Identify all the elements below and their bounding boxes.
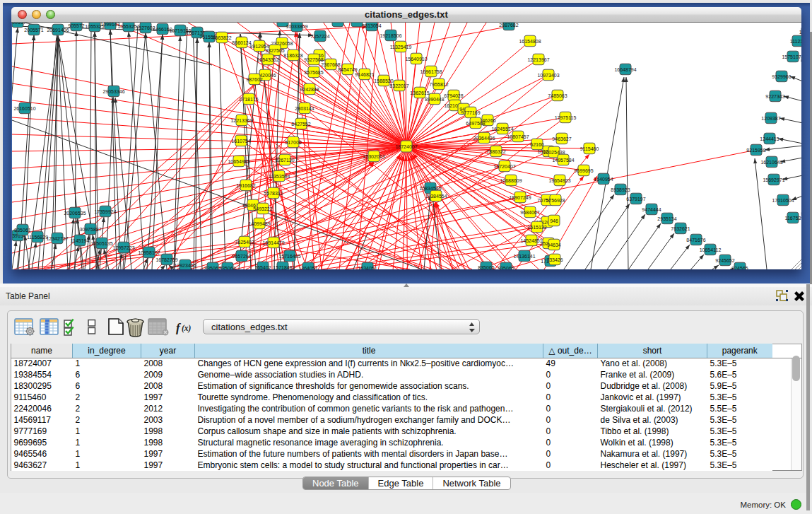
svg-text:935064: 935064	[219, 266, 235, 270]
svg-text:16543362: 16543362	[257, 57, 278, 62]
svg-text:19218506: 19218506	[379, 33, 401, 38]
svg-text:9146821: 9146821	[355, 72, 374, 77]
svg-text:9245652: 9245652	[715, 258, 734, 263]
svg-text:20364436: 20364436	[473, 136, 495, 141]
svg-text:733426: 733426	[546, 257, 563, 262]
svg-text:11325419: 11325419	[390, 45, 412, 49]
svg-text:9463627: 9463627	[552, 136, 571, 141]
svg-text:8660124: 8660124	[232, 40, 251, 45]
svg-text:1145194: 1145194	[71, 238, 90, 243]
svg-text:10807457: 10807457	[507, 134, 529, 139]
svg-text:2005571: 2005571	[24, 28, 43, 33]
svg-text:1244415: 1244415	[760, 136, 779, 141]
svg-text:200557: 200557	[12, 23, 26, 25]
svg-text:2718176: 2718176	[239, 97, 258, 102]
svg-text:11156829: 11156829	[27, 235, 48, 240]
svg-text:8427552: 8427552	[291, 122, 310, 127]
svg-text:10654112: 10654112	[700, 247, 722, 252]
svg-text:9242848: 9242848	[300, 87, 319, 92]
svg-text:20206535: 20206535	[64, 211, 86, 216]
svg-text:6497508: 6497508	[466, 121, 485, 126]
svg-text:30975887: 30975887	[79, 227, 101, 232]
svg-text:1364051: 1364051	[298, 266, 317, 270]
svg-text:10973403: 10973403	[537, 73, 559, 78]
svg-text:9657291: 9657291	[232, 254, 251, 259]
svg-text:15751074: 15751074	[782, 54, 801, 59]
svg-text:1610754: 1610754	[231, 139, 250, 144]
svg-text:16914479: 16914479	[262, 240, 284, 245]
svg-text:9329966: 9329966	[772, 74, 791, 79]
svg-text:7625402: 7625402	[235, 240, 254, 245]
svg-text:8990448: 8990448	[425, 97, 444, 102]
svg-text:7632621: 7632621	[671, 226, 690, 231]
svg-text:17957223: 17957223	[112, 245, 134, 250]
svg-text:12213369: 12213369	[230, 118, 252, 123]
svg-text:16245514: 16245514	[491, 127, 513, 132]
svg-text:7955812: 7955812	[429, 82, 448, 87]
svg-text:11353594: 11353594	[269, 174, 290, 179]
svg-text:16782759: 16782759	[155, 257, 177, 262]
svg-text:6379197: 6379197	[626, 197, 645, 201]
svg-text:94634: 94634	[547, 243, 561, 247]
svg-text:25302013: 25302013	[363, 154, 384, 159]
svg-text:9327508: 9327508	[304, 57, 323, 62]
svg-text:9699695: 9699695	[574, 168, 593, 173]
svg-text:14524851: 14524851	[520, 238, 542, 243]
svg-text:15716485: 15716485	[278, 254, 300, 259]
svg-text:1588520: 1588520	[374, 78, 393, 83]
svg-text:116753: 116753	[785, 216, 801, 221]
svg-text:111213: 111213	[790, 39, 801, 44]
svg-text:987602: 987602	[246, 77, 262, 82]
svg-text:9684067: 9684067	[520, 210, 539, 215]
svg-text:1634051: 1634051	[358, 266, 377, 270]
svg-text:14099489: 14099489	[248, 221, 270, 226]
svg-text:7485063: 7485063	[548, 93, 567, 98]
svg-text:8938923: 8938923	[611, 187, 630, 192]
svg-text:1615132: 1615132	[527, 225, 546, 230]
svg-text:1209387: 1209387	[761, 116, 780, 121]
svg-text:17359924: 17359924	[94, 209, 116, 214]
svg-text:12342737: 12342737	[46, 236, 68, 241]
svg-text:2887682: 2887682	[499, 23, 518, 28]
svg-text:15720407: 15720407	[493, 164, 515, 169]
svg-text:2935134: 2935134	[657, 216, 676, 221]
svg-text:5578312: 5578312	[264, 191, 283, 196]
svg-text:19384554: 19384554	[425, 194, 447, 199]
svg-text:9777169: 9777169	[461, 110, 480, 115]
svg-text:2803144: 2803144	[295, 106, 314, 111]
svg-text:10033809: 10033809	[286, 24, 307, 29]
svg-text:9327505: 9327505	[265, 48, 284, 53]
svg-text:905572: 905572	[68, 23, 84, 28]
svg-text:15692971: 15692971	[763, 177, 784, 182]
svg-text:2367608: 2367608	[321, 62, 340, 67]
svg-text:12923466: 12923466	[174, 263, 196, 268]
svg-text:20691406: 20691406	[47, 28, 69, 33]
svg-text:29053346: 29053346	[102, 89, 124, 94]
svg-text:62160: 62160	[530, 142, 544, 147]
svg-text:8813054: 8813054	[362, 23, 381, 28]
svg-text:9115460: 9115460	[580, 146, 599, 151]
svg-text:924565: 924565	[731, 266, 748, 270]
svg-text:1640954: 1640954	[594, 177, 613, 182]
svg-text:14957584: 14957584	[552, 158, 574, 163]
svg-text:12213967: 12213967	[527, 57, 549, 62]
svg-text:16961758: 16961758	[420, 69, 442, 74]
svg-text:(x): (x)	[182, 324, 192, 333]
svg-text:8454749: 8454749	[338, 67, 357, 72]
svg-text:8267130: 8267130	[275, 158, 294, 163]
svg-text:1571848: 1571848	[273, 265, 292, 270]
svg-text:15640910: 15640910	[405, 57, 427, 62]
svg-text:8186328: 8186328	[283, 53, 302, 58]
svg-text:16154808: 16154808	[519, 39, 541, 44]
svg-text:7663822: 7663822	[212, 35, 231, 40]
svg-text:765402: 765402	[254, 265, 271, 270]
svg-text:8215958: 8215958	[746, 148, 765, 153]
svg-text:946: 946	[550, 218, 558, 223]
svg-text:f: f	[176, 321, 182, 334]
svg-text:17975115: 17975115	[555, 115, 577, 120]
svg-text:5756928: 5756928	[546, 198, 565, 203]
svg-text:10688609: 10688609	[500, 178, 522, 183]
svg-text:111214: 111214	[799, 30, 801, 35]
svg-text:8322017: 8322017	[389, 83, 408, 88]
svg-text:1916682: 1916682	[236, 183, 255, 188]
